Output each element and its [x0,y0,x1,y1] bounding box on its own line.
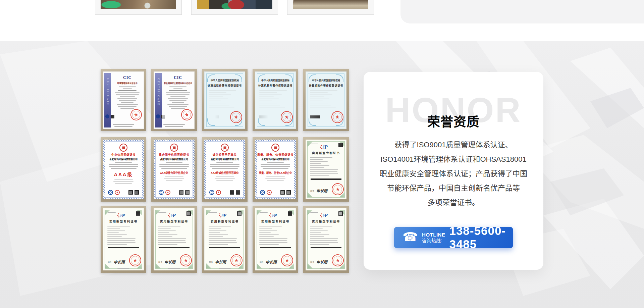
certificate-paper: 中华人民共和国国家版权局 计算机软件著作权登记证书 ★ [204,71,245,129]
text-line [158,242,186,243]
certificate-footer [156,123,192,127]
text-line [259,95,282,95]
certificate-grade: AAA级 [105,171,142,177]
certificate-footer [306,267,346,269]
certificate-body [103,226,144,245]
certificate-title: 计算机软件著作权登记证书 [255,84,296,87]
blue-emblem-icon [260,190,265,195]
text-line [259,93,277,93]
certificate-paper: PP 实用新型专利证书 局长 申长雨 ★ [306,208,346,270]
text-line [159,166,189,167]
certificate-title: 职业健康安全管理体系认证证书 [163,82,193,85]
certificate-title: 环境管理体系认证证书 [112,82,143,85]
text-line [310,236,324,237]
certificate-footer [205,267,245,269]
certificate-paper: 重合同守信用等级证书 合肥珂玛环保科技有限公司 AAA级重合同守信用企业 ★ [154,140,195,199]
flourish-icon [207,118,215,126]
text-line [310,105,331,105]
company-name: 合肥珂玛环保科技有限公司 [257,157,294,161]
section-title: 荣誉资质 [364,111,543,130]
certificate-title: 实用新型专利证书 [154,219,194,223]
text-line [259,101,272,101]
text-line [210,166,239,167]
text-line [107,236,122,237]
text-line [173,88,182,89]
honor-section: CERTIFICATE CIC 环境管理体系认证证书 [0,41,644,308]
certificate-title: 实用新型专利证书 [306,219,346,223]
certificate-card: CERTIFICATE CIC 职业健康安全管理体系认证证书 [151,69,197,131]
text-line [310,99,329,99]
blue-emblem-icon [209,190,214,195]
certificate-body [306,157,346,176]
text-line [209,236,223,237]
flourish-icon [207,74,215,82]
text-line [209,226,231,226]
blue-emblem-icon [108,190,113,195]
barcode-icon [260,115,269,118]
certificate-title: 企业信用等级证书 [105,153,142,156]
certificate-side-band: CERTIFICATE [155,73,162,127]
text-line [172,102,184,103]
hotline-button[interactable]: ☎ HOTLINE 咨询热线: 138-5600-3485 [394,227,513,248]
text-line [320,268,332,269]
hotline-labels: HOTLINE 咨询热线: [422,232,445,243]
text-line [310,167,324,168]
certificate-title: 重合同守信用等级证书 [156,153,193,156]
text-line [216,162,233,163]
barcode-bar [108,247,139,248]
certificate-title: 质量、服务、信誉等级证书 [257,153,294,156]
text-line [259,103,277,103]
flourish-icon [258,74,265,82]
signer-label: 局长 [158,260,162,263]
text-line [107,240,135,241]
text-line [118,106,137,107]
text-line [259,230,277,230]
certificate-title: 计算机软件著作权登记证书 [306,84,346,87]
text-line [259,234,279,235]
certificate-title: 实用新型专利证书 [103,219,144,223]
text-line [310,103,328,103]
gallery-card[interactable] [287,0,374,15]
certificate-title: 实用新型专利证书 [255,219,296,223]
certificate-row: 企业信用等级证书 合肥珂玛环保科技有限公司 AAA级 ★ [101,137,349,202]
certificate-grade: 质量、服务、信誉AAA级企业 [257,171,294,174]
company-name: 合肥珂玛环保科技有限公司 [206,157,243,161]
text-line [166,92,190,93]
text-line [119,86,136,87]
certificate-paper: 中华人民共和国国家版权局 计算机软件著作权登记证书 ★ [255,71,296,129]
qr-code-icon [128,190,133,195]
text-line [209,232,220,233]
text-line [116,94,139,95]
description-line: 节能环保产品，中国自主创新名优产品等 [370,181,537,195]
text-line [209,238,237,239]
red-seal-icon [271,144,279,152]
text-line [209,97,223,97]
certificate-card: PP 实用新型专利证书 局长 申长雨 ★ [101,206,146,273]
certificate-paper: PP 实用新型专利证书 局长 申长雨 ★ [103,208,144,270]
gallery-card[interactable] [191,0,278,15]
text-line [310,165,329,166]
barcode-bar [159,247,190,248]
text-line [263,168,288,169]
certificate-body [205,91,245,107]
equipment-site-photo [197,0,272,9]
text-line [167,104,189,105]
text-line [158,230,176,230]
signer-signature: 申长雨 [316,188,327,193]
qr-code-icon [230,190,234,195]
certificate-paper: 质量、服务、信誉等级证书 合肥珂玛环保科技有限公司 质量、服务、信誉AAA级企业… [255,140,296,199]
cnipa-logo-icon: PP [255,212,296,218]
certificate-grade: AAA级诚信经营示范单位 [206,171,243,174]
text-line [259,242,287,243]
text-line [107,244,127,245]
certificate-body: 重合同守信用等级证书 合肥珂玛环保科技有限公司 AAA级重合同守信用企业 ★ [155,141,193,198]
description-line: 获得了ISO9001质量管理体系认证、 [370,138,537,152]
text-line [119,100,136,101]
gallery-card[interactable] [95,0,182,15]
certificate-card: PP 实用新型专利证书 局长 申长雨 ★ [303,206,349,273]
text-line [259,99,279,99]
text-line [111,168,137,169]
red-seal-icon [170,144,178,152]
red-stamp-icon: ★ [332,183,344,195]
text-line [310,228,323,228]
